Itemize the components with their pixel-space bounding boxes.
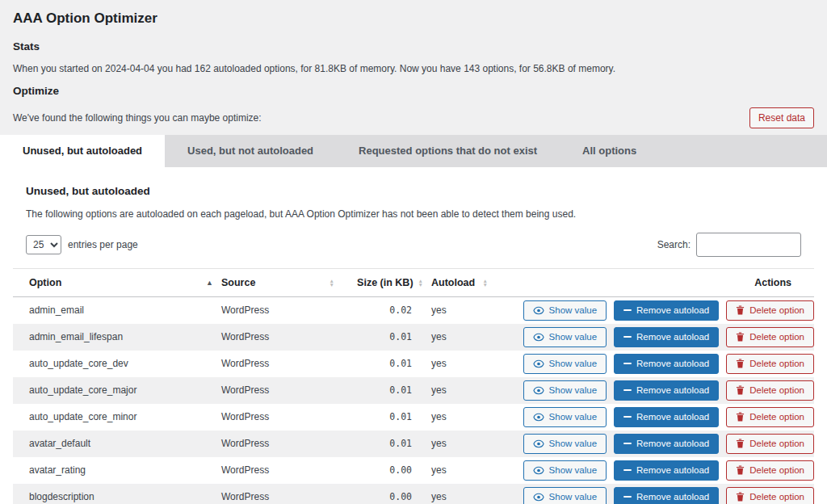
optimize-row: We've found the following things you can… <box>13 107 814 128</box>
trash-icon <box>736 465 745 475</box>
search-label: Search: <box>657 239 691 250</box>
option-source-cell: WordPress <box>221 351 342 376</box>
option-source-cell: WordPress <box>221 458 342 482</box>
option-size-cell: 0.00 <box>342 458 431 482</box>
tab-unused-autoloaded[interactable]: Unused, but autoloaded <box>0 135 165 167</box>
option-size-cell: 0.01 <box>342 325 431 349</box>
eye-icon <box>533 413 544 422</box>
table-row: admin_email_lifespan WordPress 0.01 yes … <box>13 324 814 351</box>
option-name-cell: admin_email <box>13 298 221 322</box>
trash-icon <box>736 359 745 368</box>
eye-icon <box>533 306 544 315</box>
option-name-cell: auto_update_core_minor <box>13 405 221 429</box>
row-actions: Show value Remove autoload Delete option <box>496 324 814 351</box>
remove-autoload-button[interactable]: Remove autoload <box>614 434 719 454</box>
option-size-cell: 0.00 <box>342 485 431 504</box>
tab-panel: Unused, but autoloaded The following opt… <box>0 167 827 504</box>
minus-icon <box>623 413 632 421</box>
option-size-cell: 0.01 <box>342 431 431 456</box>
option-autoload-cell: yes <box>431 485 496 504</box>
row-actions: Show value Remove autoload Delete option <box>496 430 814 457</box>
minus-icon <box>623 493 632 501</box>
eye-icon <box>533 386 544 395</box>
show-value-button[interactable]: Show value <box>523 354 607 374</box>
table-body: admin_email WordPress 0.02 yes Show valu… <box>13 297 814 504</box>
delete-option-button[interactable]: Delete option <box>726 354 814 374</box>
table-row: avatar_rating WordPress 0.00 yes Show va… <box>13 457 814 484</box>
table-row: auto_update_core_dev WordPress 0.01 yes … <box>13 351 814 377</box>
option-autoload-cell: yes <box>431 405 496 429</box>
tab-bar: Unused, but autoloaded Used, but not aut… <box>0 135 827 167</box>
reset-data-button[interactable]: Reset data <box>749 107 814 128</box>
delete-option-button[interactable]: Delete option <box>726 327 814 347</box>
options-table: Option ▲ Source ▲▼ Size (in KB) ▲▼ Autol… <box>13 268 814 504</box>
delete-option-button[interactable]: Delete option <box>726 407 814 427</box>
search-input[interactable] <box>696 233 801 257</box>
table-row: blogdescription WordPress 0.00 yes Show … <box>13 484 814 504</box>
option-name-cell: avatar_default <box>13 431 221 456</box>
show-value-button[interactable]: Show value <box>523 300 607 321</box>
panel-description: The following options are autoloaded on … <box>26 208 801 220</box>
trash-icon <box>736 439 745 448</box>
page-title: AAA Option Optimizer <box>13 10 814 27</box>
column-header-source[interactable]: Source ▲▼ <box>221 269 342 296</box>
option-size-cell: 0.01 <box>342 351 431 376</box>
sort-both-icon: ▲▼ <box>418 279 423 288</box>
option-name-cell: auto_update_core_dev <box>13 351 221 376</box>
option-size-cell: 0.01 <box>342 378 431 402</box>
minus-icon <box>623 386 632 394</box>
eye-icon <box>533 439 544 448</box>
tab-requested-nonexistent[interactable]: Requested options that do not exist <box>336 135 560 167</box>
remove-autoload-button[interactable]: Remove autoload <box>614 327 719 347</box>
delete-option-button[interactable]: Delete option <box>726 434 814 454</box>
show-value-button[interactable]: Show value <box>523 407 607 427</box>
option-name-cell: blogdescription <box>13 485 221 504</box>
remove-autoload-button[interactable]: Remove autoload <box>614 354 719 374</box>
show-value-button[interactable]: Show value <box>523 487 607 504</box>
show-value-button[interactable]: Show value <box>523 460 607 481</box>
option-size-cell: 0.02 <box>342 298 431 322</box>
sort-both-icon: ▲▼ <box>483 279 488 288</box>
stats-text: When you started on 2024-04-04 you had 1… <box>13 63 814 74</box>
delete-option-button[interactable]: Delete option <box>726 487 814 504</box>
row-actions: Show value Remove autoload Delete option <box>496 404 814 430</box>
column-header-size[interactable]: Size (in KB) ▲▼ <box>342 269 431 296</box>
delete-option-button[interactable]: Delete option <box>726 300 814 321</box>
minus-icon <box>623 359 632 368</box>
remove-autoload-button[interactable]: Remove autoload <box>614 407 719 427</box>
table-row: auto_update_core_minor WordPress 0.01 ye… <box>13 404 814 430</box>
search-area: Search: <box>657 233 801 257</box>
show-value-button[interactable]: Show value <box>523 380 607 401</box>
row-actions: Show value Remove autoload Delete option <box>496 351 814 377</box>
remove-autoload-button[interactable]: Remove autoload <box>614 487 719 504</box>
option-name-cell: avatar_rating <box>13 458 221 482</box>
row-actions: Show value Remove autoload Delete option <box>496 377 814 404</box>
tab-used-not-autoloaded[interactable]: Used, but not autoloaded <box>165 135 336 167</box>
remove-autoload-button[interactable]: Remove autoload <box>614 380 719 401</box>
entries-per-page-label: entries per page <box>68 239 138 250</box>
trash-icon <box>736 385 745 395</box>
option-source-cell: WordPress <box>221 405 342 429</box>
tab-all-options[interactable]: All options <box>560 135 659 167</box>
entries-per-page-select[interactable]: 25 <box>26 235 61 254</box>
delete-option-button[interactable]: Delete option <box>726 460 814 481</box>
column-header-autoload[interactable]: Autoload ▲▼ <box>431 269 496 296</box>
option-autoload-cell: yes <box>431 431 496 456</box>
entries-per-page: 25 entries per page <box>26 235 138 254</box>
trash-icon <box>736 412 745 422</box>
eye-icon <box>533 466 544 475</box>
show-value-button[interactable]: Show value <box>523 327 607 347</box>
remove-autoload-button[interactable]: Remove autoload <box>614 460 719 481</box>
show-value-button[interactable]: Show value <box>523 434 607 454</box>
option-size-cell: 0.01 <box>342 405 431 429</box>
table-row: avatar_default WordPress 0.01 yes Show v… <box>13 430 814 457</box>
column-header-option[interactable]: Option ▲ <box>13 269 221 296</box>
delete-option-button[interactable]: Delete option <box>726 380 814 401</box>
remove-autoload-button[interactable]: Remove autoload <box>614 300 719 321</box>
eye-icon <box>533 359 544 368</box>
option-source-cell: WordPress <box>221 431 342 456</box>
trash-icon <box>736 305 745 315</box>
option-source-cell: WordPress <box>221 485 342 504</box>
page-header: AAA Option Optimizer Stats When you star… <box>0 0 827 128</box>
table-row: admin_email WordPress 0.02 yes Show valu… <box>13 297 814 324</box>
